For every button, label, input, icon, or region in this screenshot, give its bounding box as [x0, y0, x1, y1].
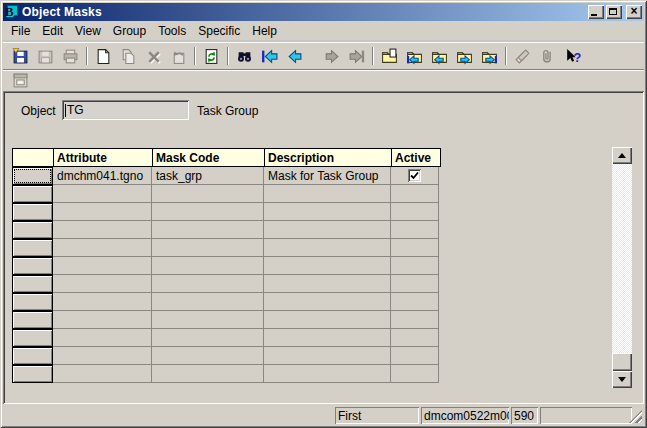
new-record-button[interactable] [91, 45, 116, 67]
next-group-button[interactable] [452, 45, 477, 67]
row-selector[interactable] [12, 203, 53, 221]
cell-mask-code[interactable] [152, 311, 264, 329]
cell-active[interactable] [391, 347, 439, 365]
cell-mask-code[interactable] [152, 275, 264, 293]
cell-active[interactable] [391, 185, 439, 203]
cell-attribute[interactable] [53, 347, 152, 365]
refresh-button[interactable] [199, 45, 224, 67]
cell-active[interactable] [391, 257, 439, 275]
table-row [13, 275, 441, 293]
scroll-up-icon [618, 153, 626, 158]
cell-mask-code[interactable] [152, 365, 264, 383]
menu-tools[interactable]: Tools [152, 22, 192, 40]
cell-description[interactable] [264, 185, 391, 203]
menu-help[interactable]: Help [246, 22, 283, 40]
row-selector[interactable] [12, 365, 53, 383]
report-button [510, 45, 535, 67]
cell-active[interactable] [391, 221, 439, 239]
row-selector[interactable] [12, 329, 53, 347]
cell-active[interactable] [391, 167, 439, 185]
minimize-button[interactable] [588, 5, 604, 19]
cell-description[interactable] [264, 365, 391, 383]
cell-attribute[interactable] [53, 239, 152, 257]
scroll-up-button[interactable] [612, 147, 632, 164]
menu-view[interactable]: View [69, 22, 107, 40]
cell-attribute[interactable] [53, 203, 152, 221]
active-checkbox[interactable] [408, 169, 421, 182]
context-help-button[interactable]: ? [560, 45, 585, 67]
row-selector[interactable] [12, 311, 53, 329]
cell-active[interactable] [391, 365, 439, 383]
cell-description[interactable] [264, 239, 391, 257]
cell-mask-code[interactable] [152, 203, 264, 221]
cell-attribute[interactable] [53, 311, 152, 329]
cell-description[interactable] [264, 347, 391, 365]
row-selector[interactable] [12, 275, 53, 293]
cell-description[interactable] [264, 293, 391, 311]
cell-active[interactable] [391, 293, 439, 311]
cell-active[interactable] [391, 275, 439, 293]
row-selector[interactable] [12, 347, 53, 365]
menu-group[interactable]: Group [107, 22, 152, 40]
cell-description[interactable] [264, 311, 391, 329]
cell-attribute[interactable] [53, 329, 152, 347]
last-group-button[interactable] [477, 45, 502, 67]
cell-active[interactable] [391, 203, 439, 221]
delete-button [141, 45, 166, 67]
first-record-button[interactable] [257, 45, 282, 67]
close-button[interactable]: × [626, 5, 642, 19]
cell-mask-code[interactable]: task_grp [152, 167, 264, 185]
cell-attribute[interactable]: dmchm041.tgno [53, 167, 152, 185]
cell-attribute[interactable] [53, 185, 152, 203]
row-selector[interactable] [12, 239, 53, 257]
cell-description[interactable] [264, 221, 391, 239]
cell-active[interactable] [391, 239, 439, 257]
row-selector[interactable] [12, 293, 53, 311]
vertical-scrollbar[interactable] [612, 147, 632, 388]
prev-group-button[interactable] [427, 45, 452, 67]
scrollbar-thumb[interactable] [612, 353, 632, 371]
maximize-button[interactable] [606, 5, 622, 19]
save-exit-button[interactable] [8, 45, 33, 67]
new-group-button[interactable] [377, 45, 402, 67]
check-icon [410, 171, 419, 180]
menu-specific[interactable]: Specific [192, 22, 246, 40]
row-selector[interactable] [12, 185, 53, 203]
find-button[interactable] [232, 45, 257, 67]
cell-mask-code[interactable] [152, 185, 264, 203]
cell-active[interactable] [391, 311, 439, 329]
cell-attribute[interactable] [53, 365, 152, 383]
cell-description[interactable] [264, 203, 391, 221]
close-icon: × [626, 4, 642, 18]
cell-attribute[interactable] [53, 293, 152, 311]
cell-active[interactable] [391, 329, 439, 347]
minimize-icon [591, 14, 597, 16]
object-input[interactable]: TG [62, 100, 189, 120]
cell-mask-code[interactable] [152, 293, 264, 311]
cell-description[interactable] [264, 275, 391, 293]
cell-attribute[interactable] [53, 221, 152, 239]
cell-mask-code[interactable] [152, 257, 264, 275]
row-selector[interactable] [12, 221, 53, 239]
cell-mask-code[interactable] [152, 347, 264, 365]
cell-attribute[interactable] [53, 275, 152, 293]
row-selector[interactable] [12, 257, 53, 275]
first-group-button[interactable] [402, 45, 427, 67]
undo-button [166, 45, 191, 67]
table-row [13, 221, 441, 239]
prev-group-icon [431, 48, 448, 65]
toolbar-separator [505, 47, 507, 65]
cell-mask-code[interactable] [152, 329, 264, 347]
row-selector[interactable] [12, 167, 53, 185]
cell-description[interactable] [264, 257, 391, 275]
menu-edit[interactable]: Edit [36, 22, 69, 40]
cell-mask-code[interactable] [152, 221, 264, 239]
cell-description[interactable] [264, 329, 391, 347]
app-icon[interactable]: B [5, 5, 19, 19]
cell-attribute[interactable] [53, 257, 152, 275]
menu-file[interactable]: File [5, 22, 36, 40]
prev-record-button[interactable] [282, 45, 307, 67]
cell-mask-code[interactable] [152, 239, 264, 257]
cell-description[interactable]: Mask for Task Group [264, 167, 391, 185]
scroll-down-button[interactable] [612, 371, 632, 388]
